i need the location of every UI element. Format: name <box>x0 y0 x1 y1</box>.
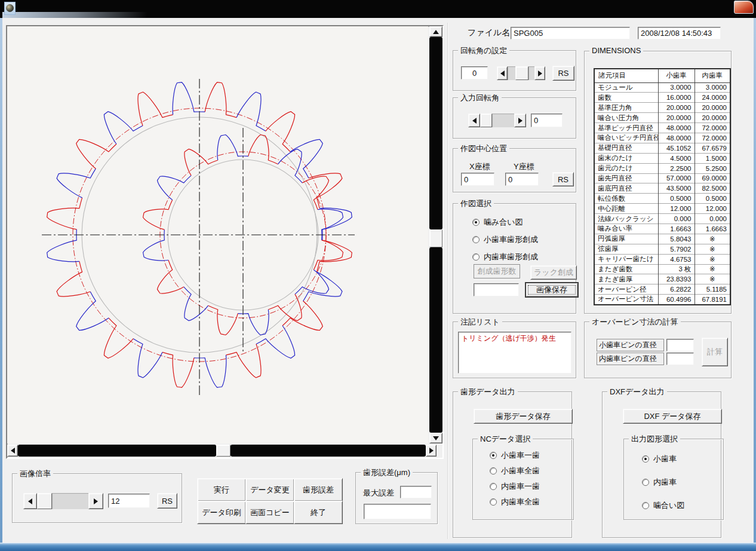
left-arrow-icon <box>11 448 15 454</box>
close-button[interactable] <box>734 1 754 14</box>
pinion-tooth <box>278 149 303 183</box>
exit-button[interactable]: 終了 <box>294 501 343 524</box>
scroll-right-button[interactable] <box>426 445 437 457</box>
internal-gear-tooth <box>133 339 162 378</box>
radio-icon[interactable] <box>472 253 480 261</box>
change-data-button[interactable]: データ変更 <box>245 478 294 501</box>
zoom-increase-button[interactable] <box>88 493 103 509</box>
rotation-increase-button[interactable] <box>534 66 545 80</box>
nc-select-radio-list: 小歯車一歯小歯車全歯内歯車一歯内歯車全歯 <box>490 450 540 512</box>
notes-listbox[interactable]: トリミング（逃げ干渉）発生 <box>458 332 571 374</box>
rack-generate-button[interactable]: ラック創成 <box>530 265 577 280</box>
rotation-angle-input[interactable] <box>461 66 488 79</box>
execute-button[interactable]: 実行 <box>197 478 246 501</box>
internal-gear-tooth <box>104 318 133 358</box>
radio-selected-icon[interactable] <box>472 219 480 226</box>
center-reset-button[interactable]: RS <box>552 172 574 186</box>
dim-item-value: 20.0000 <box>694 113 730 123</box>
rotation-reset-button[interactable]: RS <box>552 66 574 81</box>
radio-selected-icon[interactable] <box>490 452 497 459</box>
save-image-button[interactable]: 画像保存 <box>525 282 579 298</box>
radio-option-label: 噛み合い図 <box>484 217 523 228</box>
save-tooth-data-button[interactable]: 歯形データ保存 <box>474 409 573 424</box>
dim-item-value: ※ <box>694 254 730 264</box>
input-rotation-slider-thumb[interactable] <box>480 114 492 127</box>
file-name-label: ファイル名 <box>468 27 510 38</box>
dim-item-value: 3.0000 <box>658 82 694 93</box>
dim-item-value: 12.000 <box>694 204 730 214</box>
print-data-button[interactable]: データ印刷 <box>197 501 246 524</box>
radio-option-label: 内歯車 <box>653 477 677 488</box>
input-rotation-slider-track[interactable] <box>492 114 514 127</box>
y-coord-input[interactable] <box>505 173 539 186</box>
v-scroll-track-bottom[interactable] <box>429 247 442 433</box>
zoom-slider-track[interactable] <box>52 493 88 509</box>
v-scroll-track-top[interactable] <box>429 37 442 229</box>
radio-option[interactable]: 内歯車一歯 <box>490 481 540 492</box>
radio-option[interactable]: 小歯車全歯 <box>490 466 540 476</box>
dim-item-value: 20.0000 <box>694 103 730 113</box>
x-coord-input[interactable] <box>461 173 494 186</box>
pinion-tooth <box>208 305 238 335</box>
input-rotation-value[interactable] <box>531 114 563 127</box>
radio-icon[interactable] <box>642 479 649 486</box>
left-arrow-icon <box>28 498 32 504</box>
radio-option[interactable]: 噛み合い図 <box>472 217 538 228</box>
screen-copy-button[interactable]: 画面コピー <box>245 501 294 524</box>
radio-option[interactable]: 小歯車一歯 <box>490 450 540 461</box>
radio-option[interactable]: 内歯車 <box>642 477 684 488</box>
save-dxf-data-button[interactable]: DXF データ保存 <box>623 409 722 424</box>
radio-selected-icon[interactable] <box>642 455 649 463</box>
dim-item-value: 1.5000 <box>694 153 730 163</box>
radio-icon[interactable] <box>642 502 649 509</box>
error-list-input[interactable] <box>364 504 431 519</box>
drawing-viewport <box>6 25 444 459</box>
zoom-reset-button[interactable]: RS <box>157 493 177 509</box>
file-name-input[interactable] <box>511 27 630 39</box>
radio-option[interactable]: 内歯車全歯 <box>490 497 540 507</box>
radio-option-label: 内歯車歯形創成 <box>484 252 538 262</box>
generated-teeth-count-button[interactable]: 創成歯形数 <box>474 264 520 278</box>
max-error-input[interactable] <box>400 486 432 498</box>
dim-item-value: 2.2500 <box>658 163 694 173</box>
draw-center-group: 作図中心位置 X座標 Y座標 RS <box>453 148 576 192</box>
radio-icon[interactable] <box>490 467 497 475</box>
tooth-error-button[interactable]: 歯形誤差 <box>294 478 343 501</box>
radio-icon[interactable] <box>490 498 497 506</box>
rotation-slider-track-right[interactable] <box>528 66 534 80</box>
radio-option[interactable]: 噛合い図 <box>642 500 684 511</box>
app-icon[interactable] <box>4 2 16 15</box>
radio-icon[interactable] <box>472 236 480 243</box>
x-coord-label: X座標 <box>469 161 490 172</box>
radio-option[interactable]: 小歯車歯形創成 <box>472 234 538 245</box>
magnification-group: 画像倍率 RS <box>12 473 182 523</box>
h-scroll-track-right[interactable] <box>231 445 426 457</box>
zoom-value-input[interactable] <box>108 494 150 508</box>
v-scroll-thumb[interactable] <box>429 229 442 247</box>
h-scroll-track-left[interactable] <box>18 445 216 457</box>
radio-option[interactable]: 内歯車歯形創成 <box>472 252 538 262</box>
rotation-slider-track-left[interactable] <box>508 66 515 80</box>
zoom-slider-thumb[interactable] <box>37 493 52 509</box>
scroll-down-button[interactable] <box>429 433 442 443</box>
dim-item-value: 60.4996 <box>658 295 694 305</box>
scroll-up-button[interactable] <box>429 26 442 37</box>
draw-select-radio-list: 噛み合い図小歯車歯形創成内歯車歯形創成 <box>472 217 538 269</box>
internal-pin-diameter-input[interactable] <box>666 353 694 365</box>
input-rotation-increase-button[interactable] <box>514 114 526 127</box>
h-scroll-thumb[interactable] <box>216 445 231 457</box>
input-rotation-decrease-button[interactable] <box>468 114 480 127</box>
teeth-count-input[interactable] <box>474 283 519 296</box>
radio-option[interactable]: 小歯車 <box>642 454 684 464</box>
calculate-button[interactable]: 計算 <box>702 338 728 366</box>
internal-gear-tooth <box>303 272 342 301</box>
dim-table-row: 円弧歯厚5.8043※ <box>594 234 730 244</box>
down-arrow-icon <box>433 436 439 440</box>
zoom-decrease-button[interactable] <box>23 493 37 509</box>
scroll-left-button[interactable] <box>7 445 18 457</box>
note-item[interactable]: トリミング（逃げ干渉）発生 <box>459 332 571 345</box>
rotation-slider-thumb[interactable] <box>515 66 528 80</box>
pinion-pin-diameter-input[interactable] <box>666 339 694 351</box>
rotation-decrease-button[interactable] <box>497 66 508 80</box>
radio-icon[interactable] <box>490 483 497 490</box>
